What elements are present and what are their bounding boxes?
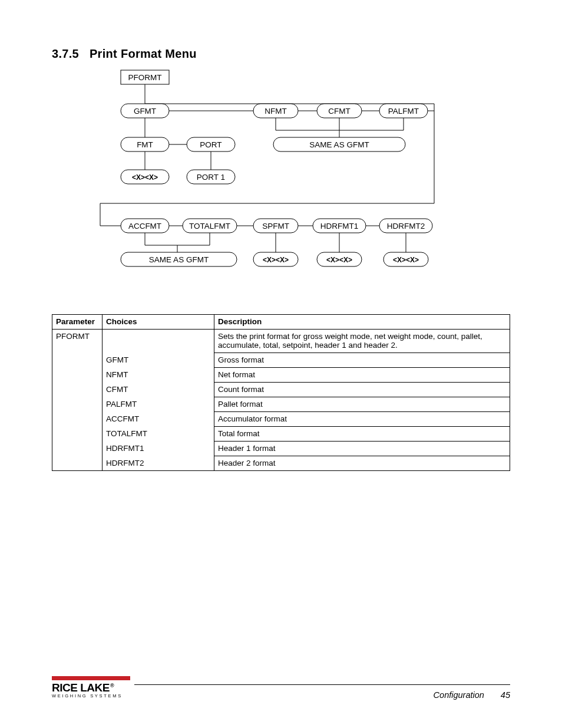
cell-choices: NFMT [103,368,214,383]
cell-choices: HDRFMT2 [103,456,214,471]
svg-text:PORT 1: PORT 1 [197,173,225,182]
svg-text:PALFMT: PALFMT [388,107,419,116]
footer-rule [134,684,510,685]
table-row: CFMT Count format [52,383,510,397]
node-fmt-leaf: <X><X> [121,170,169,184]
node-hdrfmt1-leaf: <X><X> [317,252,362,266]
node-spfmt: SPFMT [253,219,298,233]
cell-choices: GFMT [103,353,214,368]
cell-choices [103,330,214,353]
th-description: Description [214,315,510,330]
cell-description: Header 1 format [214,442,510,456]
cell-parameter [52,427,103,442]
footer-section: Configuration [434,690,484,700]
cell-description: Sets the print format for gross weight m… [214,330,510,353]
svg-text:NFMT: NFMT [265,107,287,116]
table-row: PALFMT Pallet format [52,397,510,412]
cell-description: Net format [214,368,510,383]
node-spfmt-leaf: <X><X> [253,252,298,266]
node-palfmt: PALFMT [379,104,428,118]
table-row: GFMT Gross format [52,353,510,368]
cell-parameter [52,442,103,456]
brand-redbar [52,676,130,680]
node-hdrfmt1: HDRFMT1 [313,219,366,233]
svg-text:PORT: PORT [200,140,222,149]
node-totalfmt: TOTALFMT [183,219,237,233]
node-fmt: FMT [121,137,169,151]
node-same-as-gfmt-2: SAME AS GFMT [121,252,237,266]
section-heading: 3.7.5Print Format Menu [52,47,197,61]
svg-text:HDRFMT1: HDRFMT1 [320,222,359,230]
cell-parameter [52,383,103,397]
table-header-row: Parameter Choices Description [52,315,510,330]
cell-description: Total format [214,427,510,442]
cell-description: Pallet format [214,397,510,412]
svg-text:<X><X>: <X><X> [263,256,289,264]
cell-choices: PALFMT [103,397,214,412]
svg-text:<X><X>: <X><X> [393,256,419,264]
cell-choices: TOTALFMT [103,427,214,442]
section-title-text: Print Format Menu [90,47,197,60]
cell-parameter: PFORMT [52,330,103,353]
svg-text:<X><X>: <X><X> [326,256,352,264]
node-same-as-gfmt-1: SAME AS GFMT [273,137,405,151]
node-pformt-label: PFORMT [128,73,162,82]
cell-parameter [52,412,103,427]
page-number-block: Configuration45 [434,690,510,700]
cell-choices: HDRFMT1 [103,442,214,456]
cell-description: Count format [214,383,510,397]
table-row: HDRFMT2 Header 2 format [52,456,510,471]
page-footer: RICE LAKE® WEIGHING SYSTEMS Configuratio… [52,676,510,706]
cell-choices: ACCFMT [103,412,214,427]
section-number: 3.7.5 [52,47,79,60]
table-row: TOTALFMT Total format [52,427,510,442]
node-gfmt: GFMT [121,104,169,118]
node-port: PORT [187,137,235,151]
th-parameter: Parameter [52,315,103,330]
node-port-leaf: PORT 1 [187,170,235,184]
node-accfmt: ACCFMT [121,219,169,233]
table-row: NFMT Net format [52,368,510,383]
svg-text:CFMT: CFMT [328,107,351,116]
svg-text:SAME AS GFMT: SAME AS GFMT [309,140,369,149]
footer-page-number: 45 [501,690,510,700]
svg-text:GFMT: GFMT [134,107,156,116]
svg-text:<X><X>: <X><X> [132,173,158,182]
svg-text:SAME AS GFMT: SAME AS GFMT [149,255,209,264]
node-nfmt: NFMT [253,104,298,118]
cell-parameter [52,397,103,412]
cell-description: Header 2 format [214,456,510,471]
node-cfmt: CFMT [317,104,362,118]
node-hdrfmt2: HDRFMT2 [379,219,432,233]
registered-mark: ® [110,683,114,689]
diagram-svg: PFORMT GFMT NFMT CFMT PALFMT [100,68,454,280]
cell-description: Accumulator format [214,412,510,427]
node-hdrfmt2-leaf: <X><X> [384,252,428,266]
menu-tree-diagram: PFORMT GFMT NFMT CFMT PALFMT [100,68,454,280]
cell-parameter [52,353,103,368]
cell-parameter [52,368,103,383]
th-choices: Choices [103,315,214,330]
svg-text:HDRFMT2: HDRFMT2 [387,222,425,230]
table-row: ACCFMT Accumulator format [52,412,510,427]
parameter-table: Parameter Choices Description PFORMT Set… [52,314,510,471]
svg-text:TOTALFMT: TOTALFMT [189,222,230,230]
svg-text:FMT: FMT [137,140,153,149]
cell-parameter [52,456,103,471]
svg-text:ACCFMT: ACCFMT [128,222,161,230]
svg-text:SPFMT: SPFMT [262,222,289,230]
table-row: HDRFMT1 Header 1 format [52,442,510,456]
cell-description: Gross format [214,353,510,368]
table-row: PFORMT Sets the print format for gross w… [52,330,510,353]
cell-choices: CFMT [103,383,214,397]
